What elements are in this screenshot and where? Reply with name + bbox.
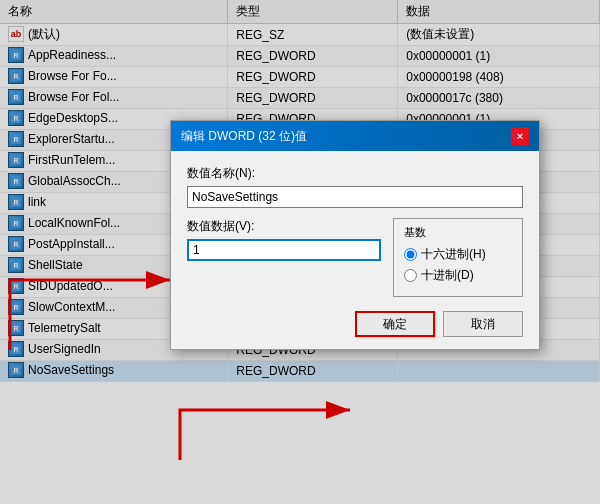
radio-hex-text: 十六进制(H) <box>421 246 486 263</box>
radio-dec-label[interactable]: 十进制(D) <box>404 267 512 284</box>
name-input[interactable] <box>187 186 523 208</box>
radio-hex-label[interactable]: 十六进制(H) <box>404 246 512 263</box>
dialog-left-col: 数值数据(V): <box>187 218 381 261</box>
value-input[interactable] <box>187 239 381 261</box>
cancel-button[interactable]: 取消 <box>443 311 523 337</box>
dialog-body: 数值名称(N): 数值数据(V): 基数 十六进制(H) 十进制(D) <box>171 151 539 349</box>
radio-dec-text: 十进制(D) <box>421 267 474 284</box>
name-label: 数值名称(N): <box>187 165 523 182</box>
dialog-content-row: 数值数据(V): 基数 十六进制(H) 十进制(D) <box>187 218 523 297</box>
dialog-title: 编辑 DWORD (32 位)值 <box>181 128 307 145</box>
value-label: 数值数据(V): <box>187 218 381 235</box>
radio-dec[interactable] <box>404 269 417 282</box>
edit-dword-dialog: 编辑 DWORD (32 位)值 × 数值名称(N): 数值数据(V): 基数 … <box>170 120 540 350</box>
base-group-title: 基数 <box>404 225 512 240</box>
dialog-close-button[interactable]: × <box>511 127 529 145</box>
dialog-buttons: 确定 取消 <box>187 311 523 337</box>
radio-hex[interactable] <box>404 248 417 261</box>
ok-button[interactable]: 确定 <box>355 311 435 337</box>
dialog-right-col: 基数 十六进制(H) 十进制(D) <box>393 218 523 297</box>
dialog-titlebar: 编辑 DWORD (32 位)值 × <box>171 121 539 151</box>
base-group: 基数 十六进制(H) 十进制(D) <box>393 218 523 297</box>
